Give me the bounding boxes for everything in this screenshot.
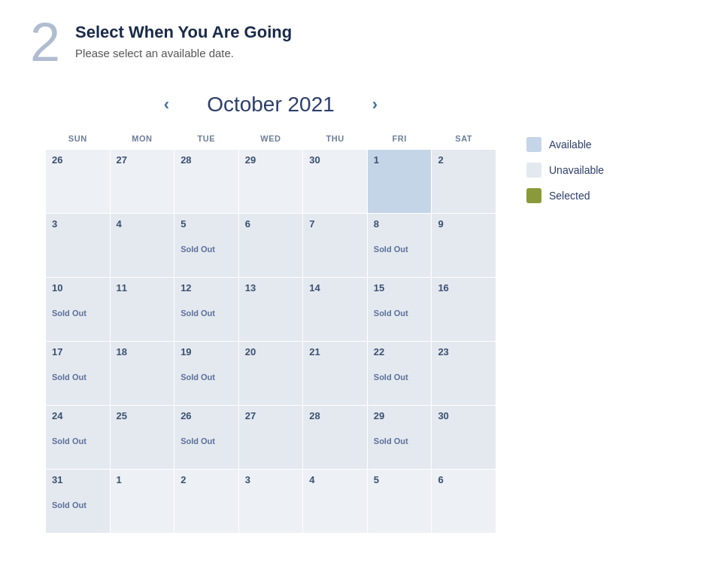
cell-day-number: 4: [309, 474, 314, 485]
cell-day-number: 26: [52, 154, 62, 166]
calendar-cell: 31Sold Out: [46, 470, 111, 534]
calendar-cell: 14: [303, 278, 368, 342]
cell-day-number: 30: [438, 410, 448, 421]
calendar-cell: 27: [238, 406, 303, 470]
sold-out-label: Sold Out: [52, 437, 104, 446]
calendar-cell: 25: [110, 406, 174, 470]
sold-out-label: Sold Out: [52, 373, 104, 382]
cell-day-number: 11: [117, 282, 127, 294]
calendar-week-5: 31Sold Out123456: [46, 470, 496, 534]
unavailable-swatch: [526, 163, 541, 178]
unavailable-label: Unavailable: [549, 164, 604, 176]
calendar-cell: 15Sold Out: [367, 278, 432, 342]
calendar-week-4: 24Sold Out2526Sold Out272829Sold Out30: [46, 406, 496, 470]
cell-day-number: 10: [52, 282, 62, 294]
sold-out-label: Sold Out: [180, 373, 232, 382]
header-text: Select When You Are Going Please select …: [75, 23, 292, 59]
cell-day-number: 3: [52, 218, 57, 230]
available-label: Available: [549, 138, 592, 151]
calendar-cell: 4: [110, 214, 174, 278]
weekday-header-wed: WED: [238, 129, 303, 150]
sold-out-label: Sold Out: [374, 437, 426, 446]
cell-day-number: 18: [117, 346, 127, 357]
calendar-cell: 21: [303, 342, 368, 406]
calendar-cell: 29: [238, 150, 303, 214]
sold-out-label: Sold Out: [52, 309, 104, 318]
cell-day-number: 17: [52, 346, 62, 357]
step-number: 2: [30, 15, 60, 69]
cell-day-number: 7: [309, 218, 314, 230]
calendar-cell: 10Sold Out: [46, 278, 111, 342]
calendar-cell: 16: [432, 278, 496, 342]
calendar-cell: 30: [303, 150, 368, 214]
calendar-cell: 26: [46, 150, 111, 214]
sold-out-label: Sold Out: [180, 437, 232, 446]
calendar-cell: 6: [432, 470, 496, 534]
calendar-cell: 13: [238, 278, 303, 342]
sold-out-label: Sold Out: [180, 245, 232, 254]
calendar-cell: 23: [432, 342, 496, 406]
calendar-cell: 17Sold Out: [46, 342, 111, 406]
calendar-week-1: 345Sold Out678Sold Out9: [46, 214, 496, 278]
calendar-cell: 3: [46, 214, 111, 278]
cell-day-number: 28: [309, 410, 320, 421]
cell-day-number: 30: [309, 154, 320, 166]
cell-day-number: 19: [180, 346, 191, 357]
weekday-header-tue: TUE: [174, 129, 239, 150]
sold-out-label: Sold Out: [52, 500, 104, 510]
legend-item-available: Available: [526, 137, 604, 152]
selected-label: Selected: [549, 190, 590, 202]
calendar-cell: 28: [174, 150, 239, 214]
cell-day-number: 5: [180, 218, 186, 230]
weekday-header-fri: FRI: [367, 129, 432, 150]
calendar-cell: 12Sold Out: [174, 278, 239, 342]
calendar-cell: 5Sold Out: [174, 214, 239, 278]
cell-day-number: 25: [117, 410, 127, 421]
cell-day-number: 22: [374, 346, 384, 357]
cell-day-number: 21: [309, 346, 320, 357]
weekday-header-thu: THU: [303, 129, 368, 150]
cell-day-number: 6: [245, 218, 250, 230]
legend: Available Unavailable Selected: [526, 137, 604, 203]
calendar-cell: 24Sold Out: [46, 406, 111, 470]
calendar-cell: 5: [367, 470, 432, 534]
cell-day-number: 4: [117, 218, 122, 230]
calendar-cell: 6: [238, 214, 303, 278]
cell-day-number: 5: [374, 474, 379, 485]
cell-day-number: 23: [438, 346, 448, 357]
calendar-cell: 19Sold Out: [174, 342, 239, 406]
cell-day-number: 1: [117, 474, 122, 485]
sold-out-label: Sold Out: [374, 245, 426, 254]
calendar-week-2: 10Sold Out1112Sold Out131415Sold Out16: [46, 278, 496, 342]
cell-day-number: 8: [374, 218, 379, 230]
cell-day-number: 6: [438, 474, 443, 485]
cell-day-number: 9: [438, 218, 443, 230]
calendar-cell[interactable]: 1: [367, 150, 432, 214]
weekday-header-sun: SUN: [46, 129, 111, 150]
cell-day-number: 14: [309, 282, 320, 294]
calendar-week-3: 17Sold Out1819Sold Out202122Sold Out23: [46, 342, 496, 406]
cell-day-number: 1: [374, 154, 379, 166]
cell-day-number: 29: [374, 410, 384, 421]
month-title: October 2021: [207, 93, 335, 117]
sold-out-label: Sold Out: [374, 309, 426, 318]
calendar-nav: ‹ October 2021 ›: [45, 92, 496, 117]
cell-day-number: 27: [245, 410, 256, 421]
calendar-cell: 27: [110, 150, 174, 214]
calendar-cell: 7: [303, 214, 368, 278]
legend-item-selected: Selected: [526, 188, 604, 203]
sold-out-label: Sold Out: [180, 309, 232, 318]
prev-month-button[interactable]: ‹: [156, 92, 177, 117]
cell-day-number: 29: [245, 154, 256, 166]
calendar-cell: 29Sold Out: [367, 406, 432, 470]
calendar-cell: 2: [174, 470, 239, 534]
legend-item-unavailable: Unavailable: [526, 163, 604, 178]
weekday-header-sat: SAT: [432, 129, 496, 150]
calendar-cell: 2: [432, 150, 496, 214]
next-month-button[interactable]: ›: [365, 92, 385, 117]
calendar: ‹ October 2021 › SUNMONTUEWEDTHUFRISAT 2…: [45, 92, 496, 534]
cell-day-number: 16: [438, 282, 448, 294]
cell-day-number: 2: [180, 474, 186, 485]
calendar-grid: SUNMONTUEWEDTHUFRISAT 262728293012345Sol…: [45, 129, 496, 534]
calendar-cell: 18: [110, 342, 174, 406]
